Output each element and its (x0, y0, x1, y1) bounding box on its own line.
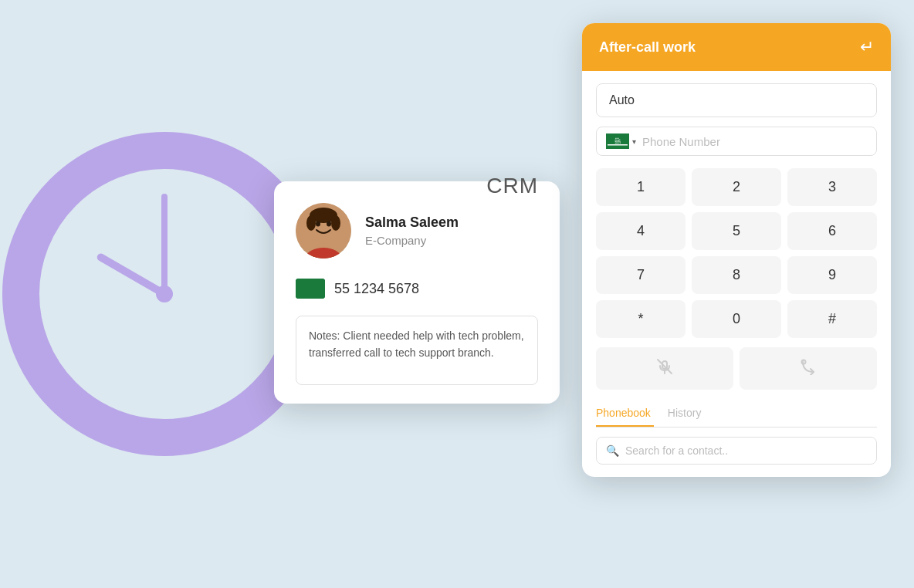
notes-text: Notes: Client needed help with tech prob… (309, 329, 524, 359)
key-0[interactable]: 0 (692, 300, 781, 338)
dialer-panel: After-call work ↵ ﷺ ▾ Phone Number 1 (582, 23, 891, 477)
svg-rect-10 (299, 292, 322, 294)
sa-flag-small: ﷺ (606, 133, 629, 149)
transfer-icon (800, 358, 817, 379)
action-row (596, 347, 877, 390)
tab-history[interactable]: History (668, 400, 705, 427)
key-6[interactable]: 6 (787, 212, 877, 250)
notes-box: Notes: Client needed help with tech prob… (296, 316, 538, 385)
key-5[interactable]: 5 (692, 212, 781, 250)
avatar-image (296, 203, 351, 259)
contact-info: Salma Saleem E-Company (365, 215, 459, 247)
svg-text:🇸🇦: 🇸🇦 (306, 284, 316, 293)
key-4[interactable]: 4 (596, 212, 686, 250)
key-3[interactable]: 3 (787, 168, 877, 206)
dialer-header: After-call work ↵ (582, 23, 891, 71)
contact-company: E-Company (365, 234, 459, 247)
mute-svg (656, 358, 673, 375)
dialer-title: After-call work (599, 39, 696, 56)
phone-number-placeholder: Phone Number (642, 135, 867, 148)
search-row: 🔍 Search for a contact.. (596, 437, 877, 465)
transfer-button[interactable] (740, 347, 877, 390)
svg-point-4 (306, 215, 316, 231)
mute-button[interactable] (596, 347, 733, 390)
svg-point-5 (331, 215, 340, 231)
key-8[interactable]: 8 (692, 256, 781, 294)
key-1[interactable]: 1 (596, 168, 686, 206)
mute-icon (656, 358, 673, 379)
contact-name: Salma Saleem (365, 215, 459, 231)
country-flag-button[interactable]: ﷺ ▾ (606, 133, 636, 149)
svg-rect-15 (662, 361, 667, 369)
clock-center-dot (156, 286, 173, 302)
svg-text:ﷺ: ﷺ (614, 137, 621, 144)
keypad: 1 2 3 4 5 6 7 8 9 * 0 # (596, 168, 877, 338)
return-icon[interactable]: ↵ (860, 37, 874, 57)
crm-title: CRM (486, 174, 538, 198)
tabs-row: Phonebook History (596, 400, 877, 427)
sa-flag-icon: 🇸🇦 (296, 279, 325, 299)
crm-header: Salma Saleem E-Company (296, 203, 538, 259)
phone-input-row: ﷺ ▾ Phone Number (596, 127, 877, 156)
avatar (296, 203, 351, 259)
search-icon: 🔍 (606, 444, 619, 457)
chevron-down-icon: ▾ (632, 137, 636, 146)
search-placeholder-text: Search for a contact.. (625, 444, 728, 457)
tab-phonebook[interactable]: Phonebook (596, 400, 654, 427)
contact-flag: 🇸🇦 (296, 279, 325, 299)
flag-small: ﷺ (606, 133, 629, 149)
auto-input[interactable] (596, 83, 877, 117)
transfer-svg (800, 358, 817, 375)
svg-rect-8 (296, 279, 325, 299)
contact-phone: 55 1234 5678 (334, 281, 419, 297)
key-hash[interactable]: # (787, 300, 877, 338)
dialer-body: ﷺ ▾ Phone Number 1 2 3 4 5 6 7 8 9 * 0 # (582, 71, 891, 477)
svg-point-7 (327, 221, 331, 227)
clock-minute-hand (161, 194, 168, 294)
key-star[interactable]: * (596, 300, 686, 338)
key-9[interactable]: 9 (787, 256, 877, 294)
phone-row: 🇸🇦 55 1234 5678 (296, 275, 538, 302)
svg-rect-12 (608, 144, 628, 146)
key-7[interactable]: 7 (596, 256, 686, 294)
crm-card: CRM Salma (274, 181, 560, 404)
svg-point-6 (316, 221, 320, 227)
key-2[interactable]: 2 (692, 168, 781, 206)
